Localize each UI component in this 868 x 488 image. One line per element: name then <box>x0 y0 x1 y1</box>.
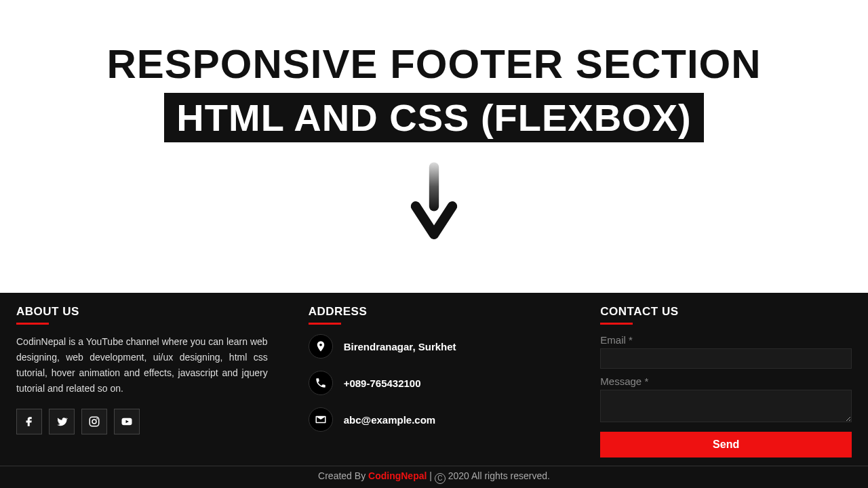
email-label: Email * <box>600 334 852 346</box>
footer: ABOUT US CodinNepal is a YouTube channel… <box>0 293 868 488</box>
address-email: abc@example.com <box>344 414 436 426</box>
credit-brand[interactable]: CodingNepal <box>368 470 427 481</box>
svg-point-3 <box>96 418 98 420</box>
credit-rights: 2020 All rights reserved. <box>446 470 550 481</box>
location-icon <box>309 334 333 359</box>
phone-icon <box>309 371 333 395</box>
message-field[interactable] <box>600 390 852 422</box>
social-links <box>16 409 268 434</box>
svg-point-2 <box>92 420 96 424</box>
underline <box>309 323 341 325</box>
credit-bar: Created By CodingNepal | C 2020 All righ… <box>0 466 868 488</box>
email-field[interactable] <box>600 348 852 369</box>
credit-separator: | <box>427 470 434 481</box>
hero-title: RESPONSIVE FOOTER SECTION <box>0 41 868 87</box>
address-phone-row: +089-765432100 <box>309 371 560 395</box>
facebook-icon[interactable] <box>16 409 42 434</box>
about-text: CodinNepal is a YouTube channel where yo… <box>16 334 268 396</box>
copyright-icon: C <box>435 473 446 484</box>
about-heading: ABOUT US <box>16 305 268 319</box>
address-location: Birendranagar, Surkhet <box>344 341 456 352</box>
envelope-icon <box>309 407 333 432</box>
hero-subtitle: HTML AND CSS (FLEXBOX) <box>164 93 703 142</box>
address-heading: ADDRESS <box>309 305 560 319</box>
message-label: Message * <box>600 375 852 387</box>
address-phone: +089-765432100 <box>344 378 421 389</box>
arrow-down-icon <box>0 161 868 245</box>
contact-heading: CONTACT US <box>600 305 852 319</box>
hero-section: RESPONSIVE FOOTER SECTION HTML AND CSS (… <box>0 0 868 142</box>
credit-prefix: Created By <box>318 470 368 481</box>
address-email-row: abc@example.com <box>309 407 560 432</box>
instagram-icon[interactable] <box>81 409 107 434</box>
about-column: ABOUT US CodinNepal is a YouTube channel… <box>16 305 268 458</box>
svg-rect-0 <box>429 163 439 211</box>
twitter-icon[interactable] <box>49 409 75 434</box>
youtube-icon[interactable] <box>114 409 140 434</box>
address-location-row: Birendranagar, Surkhet <box>309 334 560 359</box>
underline <box>600 323 633 325</box>
contact-column: CONTACT US Email * Message * Send <box>600 305 852 458</box>
address-column: ADDRESS Birendranagar, Surkhet +089-7654… <box>309 305 560 458</box>
send-button[interactable]: Send <box>600 432 852 458</box>
underline <box>16 323 49 325</box>
